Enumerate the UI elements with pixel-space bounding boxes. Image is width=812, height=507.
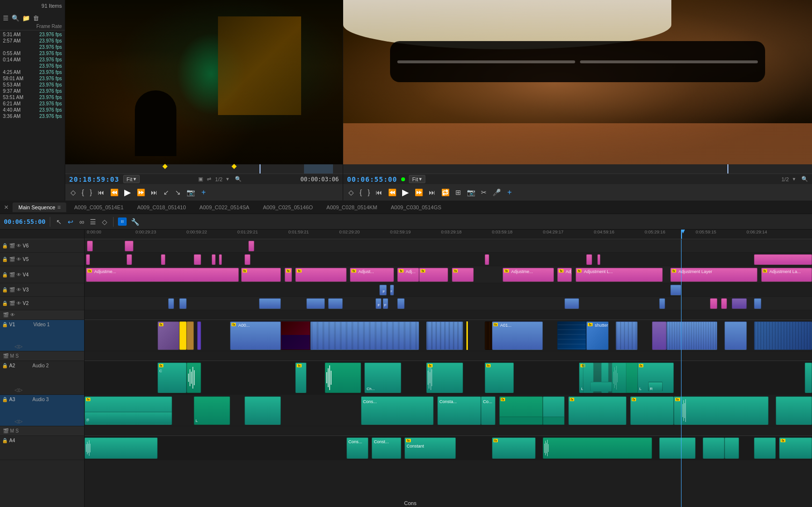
- clip[interactable]: [659, 298, 665, 309]
- audio-clip[interactable]: fx Constant: [405, 437, 455, 459]
- clip[interactable]: [187, 321, 194, 350]
- a2-arrow-left[interactable]: ◁: [14, 387, 18, 392]
- audio-clip[interactable]: Const...: [372, 437, 401, 459]
- play-btn[interactable]: ▶: [123, 186, 132, 199]
- program-timebar[interactable]: [343, 164, 812, 174]
- audio-clip[interactable]: Consta...: [437, 396, 481, 425]
- source-timebar[interactable]: ◆ ◆: [65, 164, 343, 174]
- clip[interactable]: [125, 241, 133, 251]
- go-to-in-btn[interactable]: ⏮: [96, 188, 106, 197]
- adjustment-layer[interactable]: fx Adj...: [557, 268, 572, 282]
- v1-arrow-left[interactable]: ◁: [14, 344, 18, 349]
- clip[interactable]: [87, 241, 93, 251]
- clip[interactable]: [219, 254, 222, 265]
- prog-mark-open[interactable]: {: [358, 188, 363, 197]
- tl-razor-tool[interactable]: ↩: [66, 217, 75, 227]
- program-ratio-dropdown[interactable]: ▾: [793, 176, 796, 182]
- v4-lock[interactable]: 🔒: [2, 272, 8, 277]
- sequence-tab-1[interactable]: A009_C005_0514E1: [68, 203, 129, 212]
- audio-clip[interactable]: R: [648, 382, 663, 391]
- clip[interactable]: [710, 298, 717, 309]
- audio-clip[interactable]: [681, 396, 768, 425]
- clip[interactable]: [245, 254, 250, 265]
- clip[interactable]: [754, 298, 761, 309]
- v5-eye[interactable]: 👁: [16, 257, 21, 262]
- audio-clip[interactable]: [805, 362, 812, 393]
- clip[interactable]: [616, 321, 638, 350]
- tl-link-tool[interactable]: ∞: [78, 217, 86, 227]
- clip[interactable]: [168, 298, 174, 309]
- adjustment-layer[interactable]: fx: [419, 268, 448, 282]
- clip[interactable]: [597, 254, 600, 265]
- clip[interactable]: [725, 321, 746, 350]
- clip[interactable]: [652, 321, 667, 350]
- a3-arrow-right[interactable]: ▷: [19, 419, 23, 424]
- audio-clip[interactable]: [583, 362, 626, 393]
- folder-icon[interactable]: 📁: [22, 14, 30, 22]
- track-v5[interactable]: [85, 253, 812, 266]
- clip[interactable]: [667, 321, 717, 350]
- clip[interactable]: fx shutter...: [586, 321, 608, 350]
- v2-eye[interactable]: 👁: [16, 301, 21, 306]
- clip[interactable]: F: [383, 298, 388, 309]
- clip[interactable]: [194, 254, 201, 265]
- clip[interactable]: [732, 298, 746, 309]
- step-fwd-btn[interactable]: ⏩: [135, 188, 146, 197]
- audio-clip[interactable]: [245, 396, 281, 425]
- tl-snapping-btn[interactable]: ⌗: [118, 217, 127, 226]
- audio-clip[interactable]: [543, 437, 652, 459]
- track-v3[interactable]: F F: [85, 283, 812, 297]
- prog-voice[interactable]: 🎤: [491, 188, 502, 197]
- audio-clip[interactable]: [659, 437, 696, 459]
- a3-lock[interactable]: 🔒: [2, 397, 8, 402]
- adjustment-layer[interactable]: fx Adjustme...: [86, 268, 239, 282]
- clip[interactable]: [328, 298, 343, 309]
- sequence-tab-3[interactable]: A009_C022_0514SA: [194, 203, 255, 212]
- adjustment-layer[interactable]: fx Adjust...: [350, 268, 393, 282]
- clip[interactable]: [127, 254, 132, 265]
- prog-go-out[interactable]: ⏭: [427, 188, 437, 197]
- prog-mark-close[interactable]: }: [366, 188, 372, 197]
- sequence-tab-main[interactable]: Main Sequence ≡: [13, 203, 66, 212]
- clip[interactable]: [161, 254, 165, 265]
- track-v2[interactable]: F F: [85, 297, 812, 310]
- a2-lock[interactable]: 🔒: [2, 363, 8, 368]
- mark-in-btn[interactable]: ◇: [69, 188, 77, 197]
- tl-snap-toggle[interactable]: ☰: [88, 217, 98, 227]
- mark-out-close[interactable]: }: [88, 188, 94, 197]
- v1-lock[interactable]: 🔒: [2, 322, 8, 327]
- adjustment-layer[interactable]: fx Adjustment L...: [576, 268, 663, 282]
- v3-eye[interactable]: 👁: [16, 287, 21, 292]
- clip[interactable]: fx A00...: [230, 321, 281, 350]
- clip[interactable]: [754, 254, 812, 265]
- audio-clip[interactable]: Co...: [481, 396, 495, 425]
- audio-clip[interactable]: fx: [295, 362, 306, 393]
- audio-clip[interactable]: [703, 437, 725, 459]
- v1-arrow-right[interactable]: ▷: [19, 344, 23, 349]
- clip[interactable]: fx A01...: [492, 321, 543, 350]
- v6-eye[interactable]: 👁: [16, 243, 21, 248]
- prog-go-in[interactable]: ⏮: [374, 188, 384, 197]
- insert-btn[interactable]: ↙: [162, 188, 171, 197]
- clip[interactable]: [397, 298, 405, 309]
- v4-eye[interactable]: 👁: [16, 272, 21, 277]
- audio-clip[interactable]: [725, 437, 739, 459]
- audio-clip[interactable]: R: [85, 412, 172, 423]
- trash-icon[interactable]: 🗑: [33, 14, 39, 22]
- export-frame-btn[interactable]: 📷: [185, 188, 196, 197]
- prog-export[interactable]: 📷: [465, 188, 477, 197]
- clip[interactable]: [281, 321, 310, 350]
- clip[interactable]: [310, 321, 420, 350]
- clip[interactable]: fx: [158, 321, 179, 350]
- v2-lock[interactable]: 🔒: [2, 301, 8, 306]
- prog-play[interactable]: ▶: [401, 186, 410, 199]
- adjustment-layer[interactable]: fx: [452, 268, 474, 282]
- sequence-tab-5[interactable]: A009_C028_0514KM: [320, 203, 383, 212]
- clip[interactable]: F: [390, 285, 394, 295]
- audio-clip[interactable]: fx: [485, 362, 514, 393]
- track-v6[interactable]: [85, 239, 812, 253]
- sequence-tab-6[interactable]: A009_C030_0514GS: [385, 203, 448, 212]
- audio-clip[interactable]: [754, 437, 776, 459]
- audio-clip[interactable]: [325, 362, 361, 393]
- tl-wrench-tool[interactable]: 🔧: [130, 217, 141, 227]
